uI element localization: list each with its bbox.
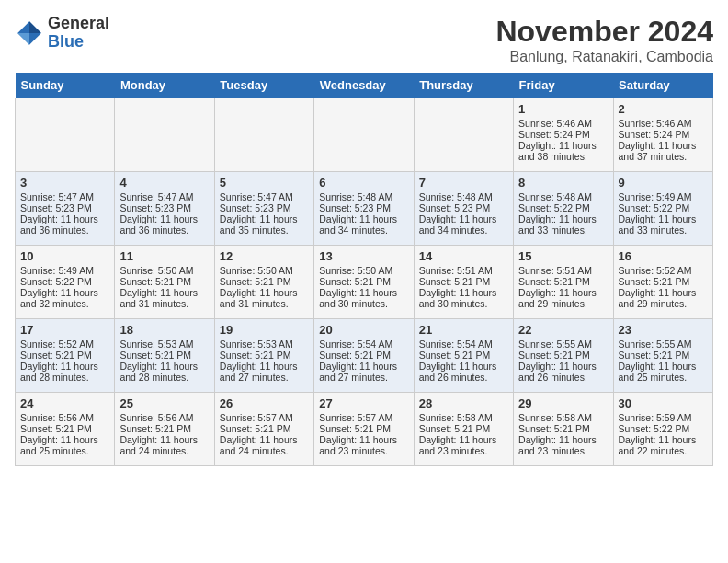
cell-w5-d2: 26Sunrise: 5:57 AMSunset: 5:21 PMDayligh… [214,393,313,466]
cell-w4-d5: 22Sunrise: 5:55 AMSunset: 5:21 PMDayligh… [514,319,613,393]
cell-w5-d1: 25Sunrise: 5:56 AMSunset: 5:21 PMDayligh… [115,393,214,466]
day-number: 9 [619,176,708,190]
sunrise-text: Sunrise: 5:48 AM [319,191,392,202]
sunrise-text: Sunrise: 5:50 AM [220,265,293,276]
daylight-text: Daylight: 11 hours and 31 minutes. [220,287,298,309]
day-number: 11 [119,249,209,263]
page: General Blue November 2024 Banlung, Rata… [0,0,728,481]
sunrise-text: Sunrise: 5:55 AM [518,339,592,350]
sunset-text: Sunset: 5:23 PM [220,202,291,213]
logo-blue-text: Blue [48,32,84,51]
day-number: 21 [419,323,508,337]
week-row-3: 10Sunrise: 5:49 AMSunset: 5:22 PMDayligh… [16,246,713,319]
sunset-text: Sunset: 5:21 PM [518,423,590,434]
sunset-text: Sunset: 5:21 PM [119,276,191,287]
cell-w1-d5: 1Sunrise: 5:46 AMSunset: 5:24 PMDaylight… [514,98,613,172]
cell-w3-d0: 10Sunrise: 5:49 AMSunset: 5:22 PMDayligh… [16,246,115,319]
cell-w3-d2: 12Sunrise: 5:50 AMSunset: 5:21 PMDayligh… [214,246,313,319]
sunrise-text: Sunrise: 5:55 AM [619,339,692,350]
header-tuesday: Tuesday [214,73,313,98]
day-number: 10 [20,249,109,263]
week-row-4: 17Sunrise: 5:52 AMSunset: 5:21 PMDayligh… [16,319,713,393]
sunrise-text: Sunrise: 5:49 AM [20,265,94,276]
cell-w3-d3: 13Sunrise: 5:50 AMSunset: 5:21 PMDayligh… [314,246,414,319]
header: General Blue November 2024 Banlung, Rata… [15,15,713,65]
page-subtitle: Banlung, Ratanakiri, Cambodia [495,49,713,65]
day-number: 17 [20,323,109,337]
sunrise-text: Sunrise: 5:49 AM [619,191,692,202]
day-number: 16 [619,249,708,263]
cell-w3-d5: 15Sunrise: 5:51 AMSunset: 5:21 PMDayligh… [514,246,613,319]
daylight-text: Daylight: 11 hours and 32 minutes. [20,287,98,309]
sunset-text: Sunset: 5:24 PM [518,129,590,140]
sunset-text: Sunset: 5:21 PM [319,350,391,361]
sunset-text: Sunset: 5:21 PM [419,423,491,434]
sunset-text: Sunset: 5:21 PM [119,423,191,434]
svg-marker-1 [29,21,41,33]
cell-w1-d1 [115,98,214,172]
day-number: 18 [119,323,209,337]
day-number: 4 [119,176,209,190]
day-number: 7 [419,176,508,190]
sunset-text: Sunset: 5:21 PM [619,350,690,361]
sunset-text: Sunset: 5:22 PM [518,202,590,213]
cell-w4-d2: 19Sunrise: 5:53 AMSunset: 5:21 PMDayligh… [214,319,313,393]
daylight-text: Daylight: 11 hours and 25 minutes. [20,434,98,456]
sunrise-text: Sunrise: 5:59 AM [619,412,692,423]
sunrise-text: Sunrise: 5:58 AM [419,412,493,423]
page-title: November 2024 [495,15,713,49]
daylight-text: Daylight: 11 hours and 29 minutes. [619,287,697,309]
sunrise-text: Sunrise: 5:54 AM [419,339,493,350]
daylight-text: Daylight: 11 hours and 31 minutes. [119,287,198,309]
header-monday: Monday [115,73,214,98]
daylight-text: Daylight: 11 hours and 28 minutes. [119,361,198,383]
sunset-text: Sunset: 5:21 PM [220,276,291,287]
daylight-text: Daylight: 11 hours and 25 minutes. [619,361,697,383]
sunset-text: Sunset: 5:23 PM [319,202,391,213]
daylight-text: Daylight: 11 hours and 36 minutes. [119,213,198,236]
header-thursday: Thursday [414,73,513,98]
cell-w2-d1: 4Sunrise: 5:47 AMSunset: 5:23 PMDaylight… [115,172,214,246]
sunrise-text: Sunrise: 5:56 AM [20,412,94,423]
cell-w2-d2: 5Sunrise: 5:47 AMSunset: 5:23 PMDaylight… [214,172,313,246]
day-number: 5 [220,176,309,190]
daylight-text: Daylight: 11 hours and 23 minutes. [319,434,397,456]
week-row-1: 1Sunrise: 5:46 AMSunset: 5:24 PMDaylight… [16,98,713,172]
cell-w5-d5: 29Sunrise: 5:58 AMSunset: 5:21 PMDayligh… [514,393,613,466]
daylight-text: Daylight: 11 hours and 26 minutes. [518,361,597,383]
daylight-text: Daylight: 11 hours and 33 minutes. [518,213,597,236]
sunrise-text: Sunrise: 5:46 AM [619,118,692,129]
header-friday: Friday [514,73,613,98]
daylight-text: Daylight: 11 hours and 23 minutes. [518,434,597,456]
sunrise-text: Sunrise: 5:47 AM [20,191,94,202]
cell-w1-d3 [314,98,414,172]
cell-w1-d6: 2Sunrise: 5:46 AMSunset: 5:24 PMDaylight… [613,98,712,172]
sunrise-text: Sunrise: 5:53 AM [119,339,193,350]
cell-w4-d6: 23Sunrise: 5:55 AMSunset: 5:21 PMDayligh… [613,319,712,393]
cell-w1-d2 [214,98,313,172]
day-number: 12 [220,249,309,263]
daylight-text: Daylight: 11 hours and 38 minutes. [518,140,597,162]
sunrise-text: Sunrise: 5:54 AM [319,339,392,350]
day-number: 25 [119,396,209,410]
day-number: 19 [220,323,309,337]
sunset-text: Sunset: 5:21 PM [220,350,291,361]
cell-w2-d4: 7Sunrise: 5:48 AMSunset: 5:23 PMDaylight… [414,172,513,246]
sunset-text: Sunset: 5:22 PM [20,276,92,287]
sunset-text: Sunset: 5:21 PM [518,350,590,361]
header-row: Sunday Monday Tuesday Wednesday Thursday… [16,73,713,98]
sunset-text: Sunset: 5:24 PM [619,129,690,140]
sunset-text: Sunset: 5:21 PM [119,350,191,361]
cell-w3-d1: 11Sunrise: 5:50 AMSunset: 5:21 PMDayligh… [115,246,214,319]
logo-icon [15,18,44,48]
sunrise-text: Sunrise: 5:52 AM [619,265,692,276]
sunset-text: Sunset: 5:21 PM [619,276,690,287]
daylight-text: Daylight: 11 hours and 36 minutes. [20,213,98,236]
cell-w2-d6: 9Sunrise: 5:49 AMSunset: 5:22 PMDaylight… [613,172,712,246]
sunset-text: Sunset: 5:22 PM [619,202,690,213]
sunrise-text: Sunrise: 5:52 AM [20,339,94,350]
day-number: 24 [20,396,109,410]
cell-w5-d6: 30Sunrise: 5:59 AMSunset: 5:22 PMDayligh… [613,393,712,466]
sunrise-text: Sunrise: 5:50 AM [319,265,392,276]
sunset-text: Sunset: 5:21 PM [319,276,391,287]
